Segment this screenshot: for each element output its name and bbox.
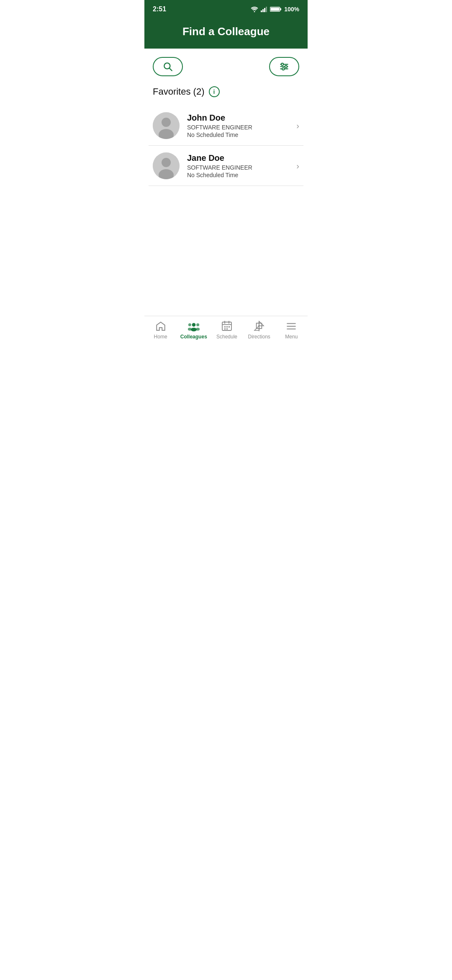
nav-label-home: Home bbox=[154, 334, 167, 340]
list-item[interactable]: John Doe SOFTWARE ENGINEER No Scheduled … bbox=[149, 106, 303, 146]
svg-rect-6 bbox=[280, 8, 282, 10]
chevron-right-icon: › bbox=[296, 121, 299, 131]
person-name: Jane Doe bbox=[187, 153, 292, 163]
svg-point-26 bbox=[196, 323, 199, 326]
svg-rect-36 bbox=[226, 328, 228, 330]
person-info: John Doe SOFTWARE ENGINEER No Scheduled … bbox=[187, 113, 292, 138]
page-header: Find a Colleague bbox=[144, 18, 308, 49]
signal-icon bbox=[261, 6, 267, 12]
nav-label-schedule: Schedule bbox=[216, 334, 237, 340]
nav-item-schedule[interactable]: Schedule bbox=[214, 320, 239, 340]
directions-icon bbox=[253, 320, 265, 332]
search-icon bbox=[162, 61, 173, 72]
nav-label-menu: Menu bbox=[285, 334, 298, 340]
colleagues-icon bbox=[188, 320, 200, 332]
nav-item-menu[interactable]: Menu bbox=[279, 320, 304, 340]
svg-line-9 bbox=[170, 68, 172, 71]
person-schedule: No Scheduled Time bbox=[187, 132, 292, 138]
svg-point-0 bbox=[254, 11, 255, 13]
person-info: Jane Doe SOFTWARE ENGINEER No Scheduled … bbox=[187, 153, 292, 178]
svg-point-22 bbox=[192, 323, 195, 327]
menu-icon bbox=[285, 320, 297, 332]
svg-rect-7 bbox=[271, 8, 280, 11]
info-icon[interactable]: i bbox=[209, 86, 220, 97]
person-role: SOFTWARE ENGINEER bbox=[187, 164, 292, 171]
favorites-header: Favorites (2) i bbox=[153, 86, 299, 97]
svg-rect-34 bbox=[229, 326, 230, 328]
avatar-image bbox=[153, 112, 180, 139]
search-button[interactable] bbox=[153, 57, 183, 76]
nav-label-colleagues: Colleagues bbox=[180, 334, 207, 340]
battery-percentage: 100% bbox=[284, 6, 299, 13]
nav-label-directions: Directions bbox=[248, 334, 270, 340]
svg-point-20 bbox=[162, 158, 171, 167]
svg-point-23 bbox=[191, 328, 197, 332]
svg-point-25 bbox=[188, 328, 192, 331]
svg-rect-33 bbox=[226, 326, 228, 328]
battery-icon bbox=[270, 6, 282, 12]
svg-rect-35 bbox=[224, 328, 226, 330]
schedule-icon bbox=[221, 320, 233, 332]
favorites-title: Favorites (2) bbox=[153, 86, 205, 97]
list-item[interactable]: Jane Doe SOFTWARE ENGINEER No Scheduled … bbox=[149, 146, 303, 186]
svg-rect-3 bbox=[264, 8, 265, 12]
avatar bbox=[153, 112, 180, 139]
home-icon bbox=[155, 320, 167, 332]
avatar-image bbox=[153, 152, 180, 179]
status-icons: 100% bbox=[251, 6, 299, 13]
nav-item-colleagues[interactable]: Colleagues bbox=[180, 320, 207, 340]
svg-point-24 bbox=[188, 323, 191, 326]
svg-point-13 bbox=[285, 65, 287, 67]
nav-item-directions[interactable]: Directions bbox=[247, 320, 272, 340]
filter-button[interactable] bbox=[269, 57, 299, 76]
svg-point-40 bbox=[258, 325, 260, 327]
person-list: John Doe SOFTWARE ENGINEER No Scheduled … bbox=[144, 106, 308, 186]
page-title: Find a Colleague bbox=[182, 25, 270, 38]
wifi-icon bbox=[251, 6, 258, 12]
bottom-nav: Home Colleagues bbox=[144, 316, 308, 353]
person-name: John Doe bbox=[187, 113, 292, 123]
svg-point-15 bbox=[282, 68, 284, 70]
status-time: 2:51 bbox=[153, 5, 166, 13]
nav-item-home[interactable]: Home bbox=[148, 320, 173, 340]
svg-rect-2 bbox=[262, 9, 264, 12]
person-schedule: No Scheduled Time bbox=[187, 172, 292, 178]
svg-rect-32 bbox=[224, 326, 226, 328]
person-role: SOFTWARE ENGINEER bbox=[187, 124, 292, 131]
svg-point-17 bbox=[162, 118, 171, 127]
favorites-section: Favorites (2) i bbox=[144, 80, 308, 97]
chevron-right-icon: › bbox=[296, 161, 299, 171]
svg-rect-1 bbox=[261, 10, 262, 12]
status-bar: 2:51 100% bbox=[144, 0, 308, 18]
svg-point-27 bbox=[196, 328, 200, 331]
svg-rect-4 bbox=[266, 7, 267, 12]
avatar bbox=[153, 152, 180, 179]
svg-point-11 bbox=[281, 63, 283, 65]
search-area bbox=[144, 49, 308, 80]
filter-icon bbox=[279, 61, 290, 72]
